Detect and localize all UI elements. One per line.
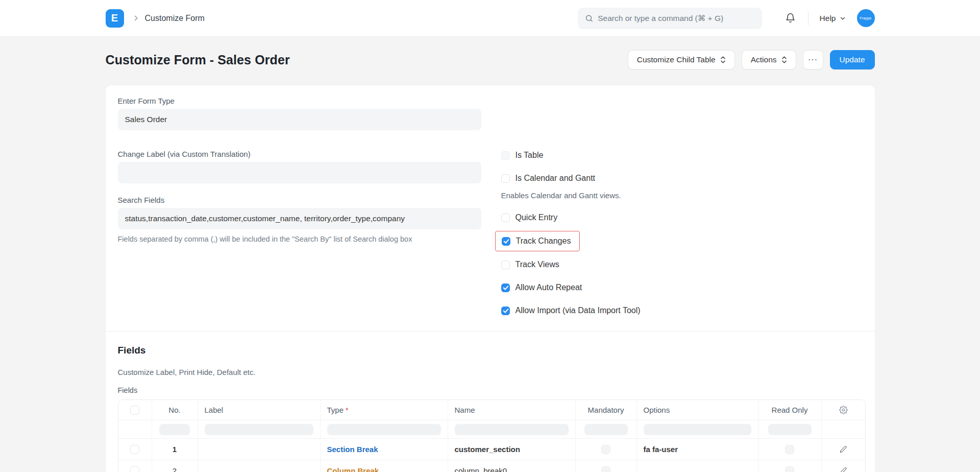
- grid-settings-gear-icon[interactable]: [822, 400, 865, 420]
- search-fields-field: Search Fields Fields separated by comma …: [118, 196, 481, 243]
- calendar-gantt-help-text: Enables Calendar and Gantt views.: [501, 191, 863, 200]
- filter-input-options[interactable]: [644, 424, 751, 435]
- row-options[interactable]: fa fa-user: [637, 439, 758, 460]
- grid-header-no: No.: [152, 400, 198, 420]
- breadcrumb-chevron-icon: [132, 14, 140, 22]
- fields-section-heading: Fields: [118, 345, 863, 356]
- search-input[interactable]: [598, 14, 754, 23]
- user-avatar[interactable]: Frappe: [857, 9, 875, 27]
- row-label[interactable]: [198, 460, 321, 472]
- grid-header-name: Name: [448, 400, 576, 420]
- checkbox-label: Is Table: [516, 151, 544, 160]
- navbar: E Customize Form Help Frappe: [0, 0, 980, 37]
- required-marker: *: [346, 406, 348, 414]
- change-label-field: Change Label (via Custom Translation): [118, 150, 481, 183]
- grid-filter-row: [118, 420, 865, 439]
- checkbox-allow-import[interactable]: Allow Import (via Data Import Tool): [501, 306, 641, 315]
- form-type-label: Enter Form Type: [118, 97, 863, 105]
- checkbox-track-changes[interactable]: Track Changes: [502, 237, 571, 246]
- help-label: Help: [820, 14, 836, 23]
- more-options-button[interactable]: ···: [803, 50, 823, 69]
- form-type-input[interactable]: [118, 109, 481, 130]
- row-label[interactable]: [198, 439, 321, 460]
- chevrons-updown-icon: [720, 56, 726, 64]
- avatar-text: Frappe: [860, 16, 871, 20]
- navbar-divider: [808, 12, 808, 25]
- checkbox-label: Is Calendar and Gantt: [516, 174, 596, 183]
- breadcrumb[interactable]: Customize Form: [145, 14, 205, 23]
- mandatory-checkbox[interactable]: [601, 445, 610, 454]
- section-divider: [106, 331, 875, 332]
- checkbox-is-calendar-and-gantt[interactable]: Is Calendar and Gantt: [501, 174, 596, 183]
- row-options[interactable]: [637, 460, 758, 472]
- customize-child-table-select[interactable]: Customize Child Table: [628, 50, 735, 69]
- track-changes-highlight-box: Track Changes: [495, 231, 580, 251]
- update-button[interactable]: Update: [830, 50, 875, 69]
- filter-input-label[interactable]: [205, 424, 313, 435]
- filter-input-read-only[interactable]: [768, 424, 812, 435]
- search-icon: [585, 14, 594, 23]
- search-fields-description: Fields separated by comma (,) will be in…: [118, 235, 481, 243]
- checkbox-label: Allow Auto Repeat: [516, 283, 582, 292]
- grid-header-label: Label: [198, 400, 321, 420]
- row-name[interactable]: customer_section: [448, 439, 576, 460]
- filter-input-name[interactable]: [455, 424, 569, 435]
- checkbox-is-table[interactable]: Is Table: [501, 151, 544, 160]
- checkbox-icon: [501, 214, 510, 222]
- read-only-checkbox[interactable]: [785, 445, 794, 454]
- checkbox-checked-icon: [501, 306, 510, 315]
- fields-section-description: Customize Label, Print Hide, Default etc…: [118, 368, 863, 376]
- actions-select[interactable]: Actions: [742, 50, 796, 69]
- app-logo[interactable]: E: [106, 9, 124, 28]
- row-no: 2: [152, 460, 198, 472]
- actions-label: Actions: [751, 55, 777, 64]
- row-select-checkbox[interactable]: [130, 466, 139, 472]
- select-all-checkbox[interactable]: [130, 406, 139, 415]
- checkbox-label: Quick Entry: [516, 213, 558, 222]
- checkbox-label: Track Changes: [516, 237, 571, 246]
- form-type-field: Enter Form Type: [118, 97, 863, 130]
- grid-header-options: Options: [637, 400, 758, 420]
- row-name[interactable]: column_break0: [448, 460, 576, 472]
- mandatory-checkbox[interactable]: [601, 466, 610, 472]
- checkbox-quick-entry[interactable]: Quick Entry: [501, 213, 558, 222]
- search-fields-label: Search Fields: [118, 196, 481, 204]
- filter-input-no[interactable]: [159, 424, 190, 435]
- grid-row-2[interactable]: 2 Column Break column_break0: [118, 460, 865, 472]
- customize-child-table-label: Customize Child Table: [637, 55, 716, 64]
- checkbox-label: Allow Import (via Data Import Tool): [516, 306, 641, 315]
- row-type-column-break[interactable]: Column Break: [327, 466, 379, 472]
- edit-row-pencil-icon[interactable]: [822, 439, 865, 460]
- row-no: 1: [152, 439, 198, 460]
- change-label-label: Change Label (via Custom Translation): [118, 150, 481, 158]
- checkbox-icon: [501, 261, 510, 269]
- checkbox-label: Track Views: [516, 260, 559, 269]
- checkbox-icon: [501, 151, 510, 160]
- row-type-section-break[interactable]: Section Break: [327, 445, 378, 454]
- filter-input-type[interactable]: [327, 424, 441, 435]
- grid-header-read-only: Read Only: [758, 400, 822, 420]
- search-fields-input[interactable]: [118, 208, 481, 229]
- checkbox-icon: [501, 174, 510, 183]
- filter-input-mandatory[interactable]: [584, 424, 628, 435]
- grid-row-1[interactable]: 1 Section Break customer_section fa fa-u…: [118, 439, 865, 460]
- checkbox-track-views[interactable]: Track Views: [501, 260, 559, 269]
- ellipsis-icon: ···: [808, 55, 818, 64]
- row-select-checkbox[interactable]: [130, 445, 139, 454]
- checkbox-allow-auto-repeat[interactable]: Allow Auto Repeat: [501, 283, 582, 292]
- fields-grid-label: Fields: [118, 386, 863, 394]
- page-title: Customize Form - Sales Order: [106, 53, 290, 67]
- read-only-checkbox[interactable]: [785, 466, 794, 472]
- notifications-bell-icon[interactable]: [785, 13, 796, 23]
- help-menu[interactable]: Help: [820, 14, 846, 23]
- checkbox-checked-icon: [501, 284, 510, 292]
- chevron-down-icon: [840, 15, 846, 21]
- global-search[interactable]: [578, 8, 762, 29]
- grid-header-row: No. Label Type* Name Mandatory Options R…: [118, 400, 865, 420]
- grid-header-mandatory: Mandatory: [576, 400, 637, 420]
- update-label: Update: [840, 55, 865, 64]
- app-logo-letter: E: [111, 12, 118, 24]
- edit-row-pencil-icon[interactable]: [822, 460, 865, 472]
- fields-grid: No. Label Type* Name Mandatory Options R…: [118, 399, 866, 472]
- change-label-input[interactable]: [118, 162, 481, 183]
